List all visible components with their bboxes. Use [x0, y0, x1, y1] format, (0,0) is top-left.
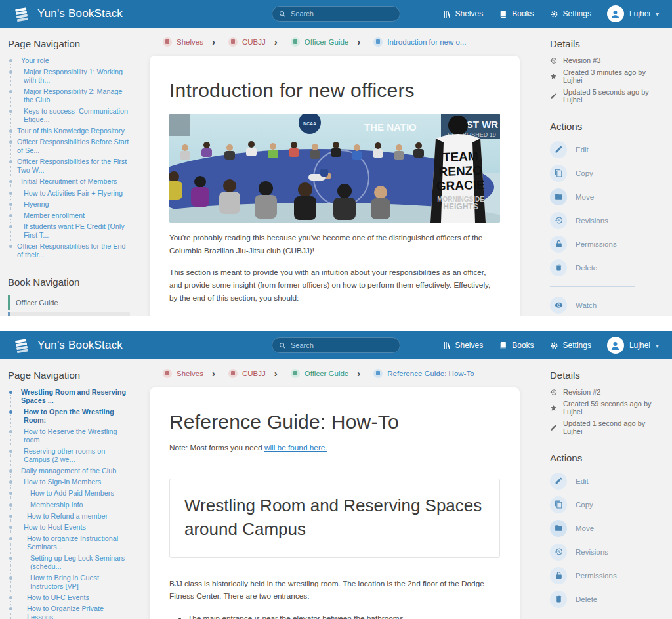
move-button[interactable]: Move: [550, 518, 662, 538]
page-nav-link[interactable]: How to Reserve the Wrestling room: [24, 427, 117, 444]
page-nav-link[interactable]: How to Open the Wrestling Room:: [24, 408, 114, 424]
page-nav-item[interactable]: Reserving other rooms on Campus (2 we...: [9, 447, 130, 463]
page-nav-item[interactable]: If students want PE Credit (Only First T…: [9, 223, 130, 239]
breadcrumb-item[interactable]: CUBJJ: [203, 36, 266, 47]
nav-settings[interactable]: Settings: [550, 9, 591, 18]
page-nav-item[interactable]: How to Host Events: [9, 523, 130, 532]
forms-link[interactable]: will be found here.: [264, 443, 327, 452]
breadcrumb-item-icon: [228, 369, 238, 378]
permissions-button[interactable]: Permissions: [550, 565, 662, 586]
edit-button[interactable]: Edit: [550, 139, 662, 160]
page-nav-item[interactable]: How to organize Instructional Seminars..…: [9, 534, 130, 551]
created-detail: Created 3 minutes ago by Lujhei: [550, 68, 662, 84]
page-nav-item[interactable]: How to UFC Events: [9, 593, 130, 602]
edit-button[interactable]: Edit: [550, 471, 662, 491]
delete-button[interactable]: Delete: [550, 589, 662, 609]
page-nav-link[interactable]: How to Refund a member: [27, 512, 108, 520]
nav-settings[interactable]: Settings: [550, 341, 591, 350]
page-nav-link[interactable]: How to Sign-in Members: [24, 478, 101, 486]
delete-button[interactable]: Delete: [550, 257, 662, 278]
page-nav-link[interactable]: Major Responsibility 1: Working with th.…: [24, 68, 123, 84]
page-nav-link[interactable]: How to UFC Events: [27, 593, 89, 601]
created-detail: Created 59 seconds ago by Lujhei: [550, 400, 662, 416]
page-nav-link[interactable]: Initial Recruitment of Members: [21, 177, 117, 185]
search-input[interactable]: [291, 341, 393, 349]
page-nav-link[interactable]: Member enrollment: [24, 211, 85, 219]
nav-books[interactable]: Books: [499, 9, 534, 18]
page-nav-link[interactable]: Officer Responsibilities for the End of …: [17, 242, 125, 259]
page-nav-item[interactable]: Officer Responsibilities for the End of …: [9, 242, 130, 259]
page-nav-link[interactable]: Officer Responsibilities for the First T…: [17, 158, 127, 174]
page-nav-item[interactable]: Officer Responsibilities Before Start of…: [9, 138, 130, 154]
app-logo[interactable]: Yun's BookStack: [13, 5, 123, 23]
breadcrumb-item[interactable]: Shelves: [163, 369, 203, 378]
intro-paragraph-2: This section is meant to provide you wit…: [169, 267, 500, 305]
page-nav-item[interactable]: How to Organize Private Lessons: [9, 605, 130, 619]
page-nav-item[interactable]: How to Refund a member: [9, 512, 130, 521]
copy-button[interactable]: Copy: [550, 494, 662, 515]
nav-shelves[interactable]: Shelves: [442, 341, 484, 350]
page-nav-item[interactable]: Your role: [9, 56, 130, 65]
page-nav-item[interactable]: Setting up Leg Lock Seminars (schedu...: [9, 554, 130, 570]
user-menu[interactable]: Lujhei ▾: [607, 5, 659, 22]
page-nav-item[interactable]: How to Activities Fair + Flyering: [9, 189, 130, 198]
page-nav-link[interactable]: Setting up Leg Lock Seminars (schedu...: [30, 554, 125, 570]
nav-shelves[interactable]: Shelves: [442, 9, 484, 18]
app-logo[interactable]: Yun's BookStack: [13, 337, 123, 354]
revisions-button[interactable]: Revisions: [550, 210, 662, 230]
page-nav-link[interactable]: How to Host Events: [24, 523, 86, 531]
page-nav-item[interactable]: How to Bring in Guest Instructors [VP]: [9, 574, 130, 590]
page-nav-item[interactable]: How to Reserve the Wrestling room: [9, 427, 130, 444]
page-nav-link[interactable]: Officer Responsibilities Before Start of…: [17, 138, 129, 154]
breadcrumb-item-icon: [291, 369, 300, 378]
page-nav-link[interactable]: Your role: [21, 56, 49, 64]
copy-button[interactable]: Copy: [550, 163, 662, 183]
page-nav-link[interactable]: Tour of this Knowledge Repository.: [17, 127, 126, 135]
breadcrumb-item[interactable]: Shelves: [163, 37, 203, 47]
page-nav-item[interactable]: Wrestling Room and Reserving Spaces ...: [9, 388, 130, 404]
page-nav-item[interactable]: Member enrollment: [9, 211, 130, 220]
page-nav-link[interactable]: How to Add Paid Members: [30, 489, 114, 497]
page-nav-link[interactable]: If students want PE Credit (Only First T…: [24, 223, 125, 239]
search-bar[interactable]: [272, 6, 400, 22]
breadcrumb-item[interactable]: Officer Guide: [266, 36, 349, 47]
page-nav-item[interactable]: Officer Responsibilities for the First T…: [9, 158, 130, 174]
page-nav-item[interactable]: Initial Recruitment of Members: [9, 177, 130, 186]
search-input[interactable]: [291, 10, 393, 18]
page-nav-item[interactable]: Membership Info: [9, 501, 130, 509]
page-nav-link[interactable]: Major Responsibility 2: Manage the Club: [24, 87, 123, 104]
page-nav-item[interactable]: Major Responsibility 1: Working with th.…: [9, 68, 130, 84]
page-nav-link[interactable]: How to Activities Fair + Flyering: [24, 189, 123, 197]
page-nav-link[interactable]: Wrestling Room and Reserving Spaces ...: [21, 388, 126, 404]
page-nav-item[interactable]: Daily management of the Club: [9, 467, 130, 475]
page-nav-link[interactable]: Flyering: [24, 200, 49, 208]
page-nav-link[interactable]: How to Organize Private Lessons: [27, 605, 104, 619]
page-nav-item[interactable]: Keys to success–Communication Etique...: [9, 107, 130, 123]
breadcrumb-item[interactable]: Officer Guide: [266, 368, 349, 379]
breadcrumb-item[interactable]: Reference Guide: How-To: [348, 368, 474, 379]
page-nav-item[interactable]: Tour of this Knowledge Repository.: [9, 127, 130, 135]
nav-books[interactable]: Books: [499, 341, 534, 350]
revisions-button[interactable]: Revisions: [550, 542, 662, 562]
breadcrumb-item[interactable]: Introduction for new o...: [348, 36, 466, 47]
breadcrumb-item[interactable]: CUBJJ: [203, 368, 266, 379]
move-button[interactable]: Move: [550, 186, 662, 207]
page-nav-link[interactable]: Reserving other rooms on Campus (2 we...: [24, 447, 105, 463]
copy-icon: [550, 165, 567, 182]
page-nav-link[interactable]: How to Bring in Guest Instructors [VP]: [30, 574, 99, 590]
permissions-button[interactable]: Permissions: [550, 234, 662, 254]
watch-button[interactable]: Watch: [550, 295, 662, 315]
book-nav-item[interactable]: Officer Guide: [8, 295, 130, 310]
page-nav-link[interactable]: Daily management of the Club: [21, 467, 116, 475]
book-nav-item[interactable]: Introduction for new officers: [8, 312, 130, 316]
search-bar[interactable]: [272, 337, 400, 353]
page-nav-item[interactable]: How to Add Paid Members: [9, 489, 130, 498]
page-nav-link[interactable]: How to organize Instructional Seminars..…: [27, 534, 118, 551]
user-menu[interactable]: Lujhei ▾: [607, 337, 659, 354]
page-nav-item[interactable]: How to Sign-in Members: [9, 478, 130, 486]
page-nav-item[interactable]: How to Open the Wrestling Room:: [9, 408, 130, 424]
page-nav-link[interactable]: Membership Info: [30, 501, 83, 509]
page-nav-link[interactable]: Keys to success–Communication Etique...: [24, 107, 128, 123]
page-nav-item[interactable]: Flyering: [9, 200, 130, 209]
page-nav-item[interactable]: Major Responsibility 2: Manage the Club: [9, 87, 130, 104]
